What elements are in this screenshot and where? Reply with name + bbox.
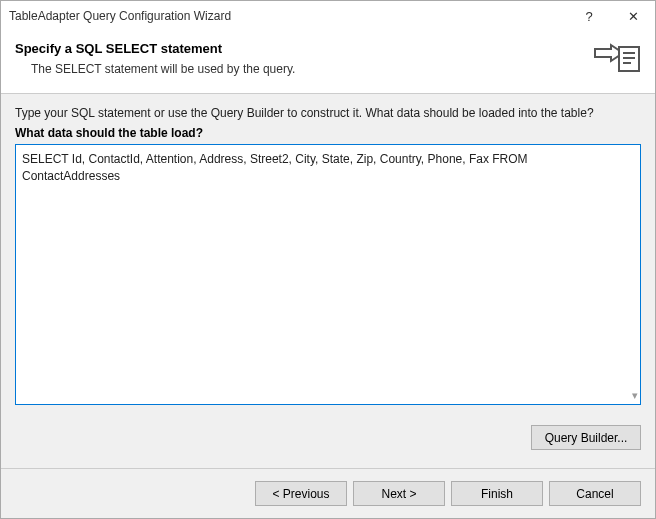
window-title: TableAdapter Query Configuration Wizard xyxy=(9,9,231,23)
page-subtitle: The SELECT statement will be used by the… xyxy=(15,62,585,76)
wizard-body: Type your SQL statement or use the Query… xyxy=(1,94,655,468)
titlebar: TableAdapter Query Configuration Wizard … xyxy=(1,1,655,31)
sql-statement-input[interactable] xyxy=(15,144,641,405)
help-button[interactable]: ? xyxy=(567,1,611,31)
query-builder-button[interactable]: Query Builder... xyxy=(531,425,641,450)
instruction-text: Type your SQL statement or use the Query… xyxy=(15,106,641,120)
finish-button[interactable]: Finish xyxy=(451,481,543,506)
next-button[interactable]: Next > xyxy=(353,481,445,506)
cancel-button[interactable]: Cancel xyxy=(549,481,641,506)
page-title: Specify a SQL SELECT statement xyxy=(15,41,585,56)
wizard-footer: < Previous Next > Finish Cancel xyxy=(1,468,655,518)
help-icon: ? xyxy=(585,9,592,24)
close-button[interactable]: ✕ xyxy=(611,1,655,31)
wizard-header: Specify a SQL SELECT statement The SELEC… xyxy=(1,31,655,94)
previous-button[interactable]: < Previous xyxy=(255,481,347,506)
close-icon: ✕ xyxy=(628,9,639,24)
sql-label: What data should the table load? xyxy=(15,126,641,140)
wizard-icon xyxy=(593,43,641,79)
